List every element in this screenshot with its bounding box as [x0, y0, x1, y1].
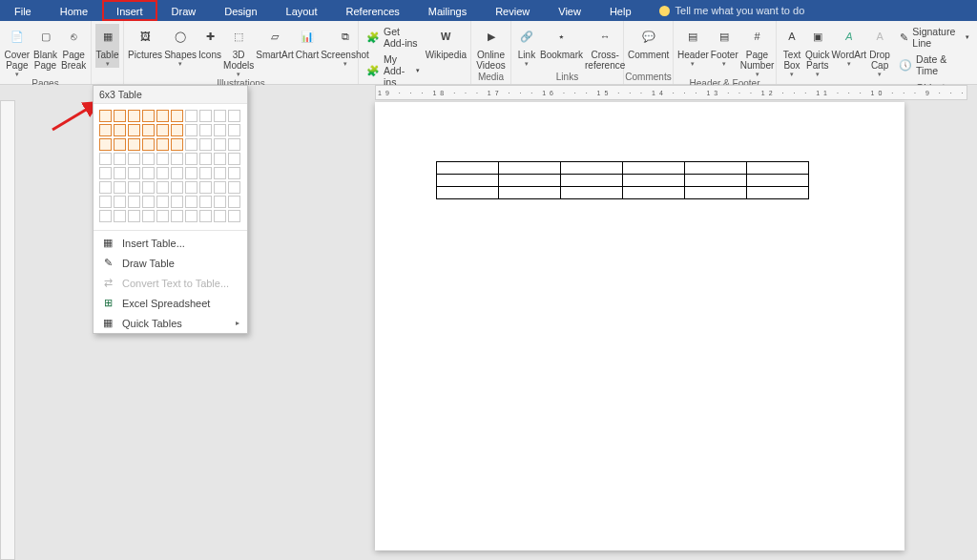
table-button[interactable]: ▦Table	[95, 24, 119, 68]
grid-cell[interactable]	[99, 138, 112, 151]
tab-view[interactable]: View	[544, 0, 595, 21]
grid-cell[interactable]	[156, 196, 169, 208]
wikipedia-button[interactable]: WWikipedia	[426, 24, 467, 60]
draw-table-menu-item[interactable]: ✎Draw Table	[94, 253, 247, 273]
grid-cell[interactable]	[142, 167, 155, 179]
shapes-button[interactable]: ◯Shapes	[164, 24, 197, 68]
grid-cell[interactable]	[171, 210, 183, 222]
grid-cell[interactable]	[142, 153, 155, 165]
cross-reference-button[interactable]: ↔Cross-reference	[585, 24, 625, 71]
tab-review[interactable]: Review	[481, 0, 544, 21]
grid-cell[interactable]	[185, 110, 197, 122]
wordart-button[interactable]: AWordArt	[832, 24, 867, 68]
grid-cell[interactable]	[214, 167, 226, 179]
grid-cell[interactable]	[185, 124, 197, 136]
grid-cell[interactable]	[99, 181, 112, 194]
grid-cell[interactable]	[99, 124, 112, 136]
grid-cell[interactable]	[156, 110, 169, 122]
drop-cap-button[interactable]: ADrop Cap	[868, 24, 891, 78]
grid-cell[interactable]	[128, 153, 140, 165]
grid-cell[interactable]	[228, 167, 240, 179]
grid-cell[interactable]	[199, 110, 212, 122]
grid-cell[interactable]	[128, 138, 140, 151]
grid-cell[interactable]	[228, 138, 240, 151]
tab-draw[interactable]: Draw	[157, 0, 211, 21]
grid-cell[interactable]	[185, 167, 197, 179]
tab-references[interactable]: References	[332, 0, 414, 21]
page-number-button[interactable]: #Page Number	[740, 24, 775, 78]
grid-cell[interactable]	[214, 153, 226, 165]
smartart-button[interactable]: ▱SmartArt	[256, 24, 293, 60]
page-break-button[interactable]: ⎋Page Break	[60, 24, 87, 71]
grid-cell[interactable]	[199, 153, 212, 165]
quick-parts-button[interactable]: ▣Quick Parts	[805, 24, 830, 78]
grid-cell[interactable]	[214, 210, 226, 222]
signature-line-button[interactable]: ✎Signature Line▾	[895, 24, 973, 51]
grid-cell[interactable]	[114, 110, 126, 122]
grid-cell[interactable]	[214, 181, 226, 194]
grid-cell[interactable]	[199, 181, 212, 194]
grid-cell[interactable]	[128, 210, 140, 222]
grid-cell[interactable]	[228, 153, 240, 165]
table-size-grid[interactable]	[94, 104, 247, 228]
grid-cell[interactable]	[228, 110, 240, 122]
grid-cell[interactable]	[171, 110, 183, 122]
grid-cell[interactable]	[99, 153, 112, 165]
grid-cell[interactable]	[114, 196, 126, 208]
icons-button[interactable]: ✚Icons	[198, 24, 221, 60]
text-box-button[interactable]: AText Box	[780, 24, 803, 78]
header-button[interactable]: ▤Header	[677, 24, 709, 68]
tab-design[interactable]: Design	[210, 0, 271, 21]
grid-cell[interactable]	[171, 181, 183, 194]
cover-page-button[interactable]: 📄Cover Page	[4, 24, 31, 78]
grid-cell[interactable]	[99, 210, 112, 222]
vertical-ruler[interactable]	[0, 100, 15, 560]
grid-cell[interactable]	[142, 138, 155, 151]
grid-cell[interactable]	[156, 153, 169, 165]
grid-cell[interactable]	[156, 181, 169, 194]
grid-cell[interactable]	[171, 124, 183, 136]
tab-file[interactable]: File	[0, 0, 46, 21]
tab-mailings[interactable]: Mailings	[414, 0, 481, 21]
get-addins-button[interactable]: 🧩Get Add-ins	[363, 24, 424, 51]
grid-cell[interactable]	[142, 210, 155, 222]
grid-cell[interactable]	[185, 210, 197, 222]
excel-spreadsheet-menu-item[interactable]: ⊞Excel Spreadsheet	[94, 293, 247, 313]
grid-cell[interactable]	[142, 196, 155, 208]
grid-cell[interactable]	[142, 124, 155, 136]
grid-cell[interactable]	[171, 138, 183, 151]
grid-cell[interactable]	[128, 181, 140, 194]
grid-cell[interactable]	[128, 110, 140, 122]
grid-cell[interactable]	[171, 153, 183, 165]
grid-cell[interactable]	[185, 138, 197, 151]
link-button[interactable]: 🔗Link	[515, 24, 538, 68]
grid-cell[interactable]	[99, 196, 112, 208]
grid-cell[interactable]	[185, 181, 197, 194]
grid-cell[interactable]	[142, 110, 155, 122]
grid-cell[interactable]	[114, 181, 126, 194]
grid-cell[interactable]	[114, 124, 126, 136]
quick-tables-menu-item[interactable]: ▦Quick Tables▸	[94, 313, 247, 333]
grid-cell[interactable]	[185, 196, 197, 208]
grid-cell[interactable]	[99, 167, 112, 179]
grid-cell[interactable]	[199, 138, 212, 151]
grid-cell[interactable]	[199, 196, 212, 208]
horizontal-ruler[interactable]: 19 · · · 18 · · · 17 · · · 16 · · · 15 ·…	[375, 85, 967, 100]
grid-cell[interactable]	[114, 153, 126, 165]
bookmark-button[interactable]: ⭑Bookmark	[540, 24, 583, 60]
my-addins-button[interactable]: 🧩My Add-ins▾	[363, 52, 424, 90]
tell-me-search[interactable]: Tell me what you want to do	[646, 0, 805, 21]
grid-cell[interactable]	[128, 167, 140, 179]
grid-cell[interactable]	[171, 196, 183, 208]
pictures-button[interactable]: 🖼Pictures	[128, 24, 162, 60]
grid-cell[interactable]	[185, 153, 197, 165]
date-time-button[interactable]: 🕔Date & Time	[895, 52, 973, 78]
insert-table-menu-item[interactable]: ▦Insert Table...	[94, 233, 247, 253]
grid-cell[interactable]	[228, 196, 240, 208]
footer-button[interactable]: ▤Footer	[711, 24, 738, 68]
grid-cell[interactable]	[214, 110, 226, 122]
blank-page-button[interactable]: ▢Blank Page	[32, 24, 59, 71]
grid-cell[interactable]	[114, 138, 126, 151]
document-page[interactable]	[375, 102, 904, 550]
tab-home[interactable]: Home	[46, 0, 102, 21]
